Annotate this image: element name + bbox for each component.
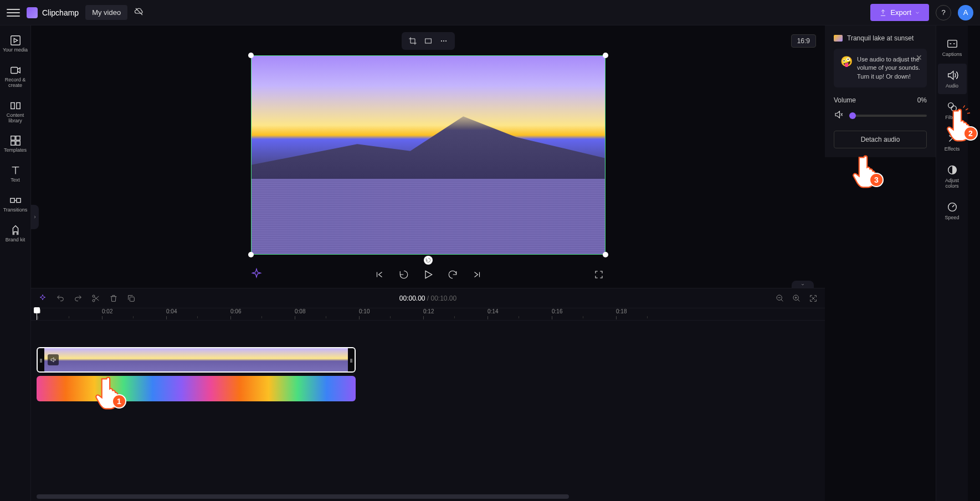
hamburger-menu[interactable] bbox=[7, 6, 20, 19]
app-logo[interactable]: Clipchamp bbox=[27, 7, 79, 18]
rotate-handle[interactable] bbox=[424, 256, 433, 265]
svg-rect-7 bbox=[11, 141, 14, 145]
right-effects[interactable]: Effects bbox=[938, 127, 967, 157]
sidebar-text[interactable]: Text bbox=[2, 160, 29, 188]
sidebar-your-media[interactable]: Your media bbox=[2, 30, 29, 58]
delete-button[interactable] bbox=[109, 293, 119, 303]
vertical-scrollbar[interactable] bbox=[968, 25, 980, 501]
preview-toolbar bbox=[402, 32, 455, 50]
crop-tool[interactable] bbox=[407, 35, 418, 47]
rewind-button[interactable] bbox=[397, 268, 411, 281]
tip-text: Use audio to adjust the volume of your s… bbox=[857, 55, 920, 81]
resize-handle-tl[interactable] bbox=[248, 53, 254, 58]
right-adjust-colors[interactable]: Adjust colors bbox=[938, 158, 967, 194]
video-clip[interactable]: || || bbox=[37, 347, 356, 373]
clip-trim-right[interactable]: || bbox=[348, 348, 355, 371]
right-captions[interactable]: Captions bbox=[938, 32, 967, 63]
sidebar-transitions[interactable]: Transitions bbox=[2, 190, 29, 218]
svg-rect-2 bbox=[11, 67, 17, 73]
magic-tool[interactable] bbox=[38, 293, 48, 303]
more-tool[interactable] bbox=[438, 35, 449, 47]
forward-button[interactable] bbox=[446, 268, 459, 281]
svg-rect-15 bbox=[947, 40, 957, 48]
app-name: Clipchamp bbox=[42, 8, 79, 17]
svg-rect-9 bbox=[10, 199, 14, 203]
split-button[interactable] bbox=[91, 293, 101, 303]
help-button[interactable]: ? bbox=[936, 5, 951, 20]
preview-content bbox=[252, 110, 605, 179]
sidebar-content-library[interactable]: Content library bbox=[2, 95, 29, 128]
timeline-ruler[interactable]: 0 0:02 0:04 0:06 0:08 0:10 0:12 0:14 0:1… bbox=[31, 308, 825, 321]
volume-value: 0% bbox=[917, 96, 927, 104]
clip-mute-icon[interactable] bbox=[48, 354, 59, 365]
undo-button[interactable] bbox=[55, 293, 65, 303]
svg-point-16 bbox=[948, 103, 953, 108]
svg-rect-8 bbox=[16, 141, 19, 145]
svg-point-13 bbox=[443, 40, 444, 41]
zoom-in-button[interactable] bbox=[792, 293, 802, 303]
svg-rect-22 bbox=[130, 297, 134, 301]
export-button[interactable]: Export bbox=[870, 4, 929, 21]
svg-point-12 bbox=[441, 40, 442, 41]
right-filters[interactable]: Filters bbox=[938, 95, 967, 126]
auto-enhance-button[interactable] bbox=[251, 268, 264, 281]
volume-label: Volume bbox=[834, 96, 856, 104]
resize-handle-br[interactable] bbox=[603, 252, 608, 257]
playhead[interactable] bbox=[37, 308, 37, 320]
tip-close-button[interactable]: ✕ bbox=[916, 53, 922, 62]
aspect-ratio-badge[interactable]: 16:9 bbox=[791, 34, 816, 48]
next-clip-button[interactable] bbox=[470, 268, 484, 281]
right-speed[interactable]: Speed bbox=[938, 195, 967, 226]
zoom-fit-button[interactable] bbox=[808, 293, 818, 303]
clip-trim-left[interactable]: || bbox=[38, 348, 44, 371]
timeline-timecode: 00:00.00 / 00:10.00 bbox=[399, 295, 456, 302]
clip-thumbnail bbox=[834, 35, 843, 42]
sidebar-brand-kit[interactable]: Brand kit bbox=[2, 220, 29, 247]
prev-clip-button[interactable] bbox=[373, 268, 386, 281]
svg-point-14 bbox=[445, 40, 446, 41]
copy-button[interactable] bbox=[126, 293, 136, 303]
timeline-scrollbar[interactable] bbox=[37, 494, 819, 499]
fit-tool[interactable] bbox=[423, 35, 434, 47]
svg-point-17 bbox=[951, 106, 956, 111]
user-avatar[interactable]: A bbox=[958, 5, 973, 20]
cloud-sync-icon[interactable] bbox=[134, 7, 144, 19]
preview-canvas[interactable] bbox=[251, 55, 606, 255]
mute-icon[interactable] bbox=[834, 110, 844, 122]
detach-audio-button[interactable]: Detach audio bbox=[834, 131, 927, 148]
color-clip[interactable] bbox=[37, 376, 356, 401]
export-label: Export bbox=[890, 8, 911, 17]
speed-icon bbox=[946, 201, 958, 213]
svg-rect-3 bbox=[11, 102, 14, 109]
resize-handle-bl[interactable] bbox=[248, 252, 254, 257]
brand-kit-icon bbox=[9, 224, 22, 236]
fullscreen-button[interactable] bbox=[592, 268, 606, 281]
zoom-out-button[interactable] bbox=[775, 293, 785, 303]
tip-emoji-icon: 🤪 bbox=[840, 55, 853, 81]
volume-slider[interactable] bbox=[849, 115, 927, 117]
svg-rect-1 bbox=[11, 36, 20, 45]
timeline-collapse-toggle[interactable] bbox=[792, 281, 814, 288]
tip-box: ✕ 🤪 Use audio to adjust the volume of yo… bbox=[834, 49, 927, 87]
captions-icon bbox=[946, 38, 958, 50]
redo-button[interactable] bbox=[73, 293, 83, 303]
sidebar-record-create[interactable]: Record & create bbox=[2, 60, 29, 93]
svg-rect-5 bbox=[11, 136, 14, 140]
resize-handle-tr[interactable] bbox=[603, 53, 608, 58]
right-audio[interactable]: Audio bbox=[938, 64, 967, 94]
library-icon bbox=[9, 100, 22, 112]
volume-slider-thumb[interactable] bbox=[849, 112, 856, 119]
clip-title: Tranquil lake at sunset bbox=[847, 34, 914, 42]
sidebar-templates[interactable]: Templates bbox=[2, 130, 29, 158]
svg-rect-11 bbox=[425, 39, 431, 43]
project-name[interactable]: My video bbox=[85, 5, 127, 20]
text-icon bbox=[9, 164, 22, 177]
adjust-colors-icon bbox=[946, 164, 958, 176]
svg-line-0 bbox=[136, 8, 142, 15]
play-button[interactable] bbox=[422, 268, 435, 281]
filters-icon bbox=[946, 101, 958, 113]
audio-icon bbox=[946, 69, 958, 81]
record-icon bbox=[9, 64, 22, 76]
transitions-icon bbox=[9, 194, 22, 206]
svg-rect-10 bbox=[16, 199, 20, 203]
